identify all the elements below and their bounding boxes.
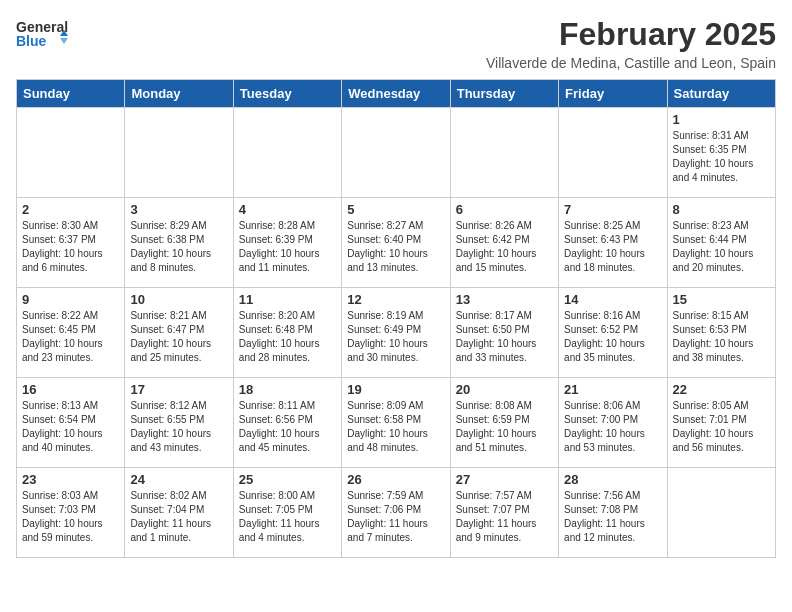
day-number: 2 (22, 202, 119, 217)
day-info: Sunrise: 8:29 AM Sunset: 6:38 PM Dayligh… (130, 219, 227, 275)
day-number: 15 (673, 292, 770, 307)
day-number: 17 (130, 382, 227, 397)
day-info: Sunrise: 8:11 AM Sunset: 6:56 PM Dayligh… (239, 399, 336, 455)
calendar-cell: 6Sunrise: 8:26 AM Sunset: 6:42 PM Daylig… (450, 198, 558, 288)
calendar-cell: 3Sunrise: 8:29 AM Sunset: 6:38 PM Daylig… (125, 198, 233, 288)
calendar-cell: 1Sunrise: 8:31 AM Sunset: 6:35 PM Daylig… (667, 108, 775, 198)
day-info: Sunrise: 8:28 AM Sunset: 6:39 PM Dayligh… (239, 219, 336, 275)
day-info: Sunrise: 8:00 AM Sunset: 7:05 PM Dayligh… (239, 489, 336, 545)
logo: General Blue (16, 16, 68, 56)
day-number: 18 (239, 382, 336, 397)
calendar-cell: 15Sunrise: 8:15 AM Sunset: 6:53 PM Dayli… (667, 288, 775, 378)
weekday-header-monday: Monday (125, 80, 233, 108)
day-number: 27 (456, 472, 553, 487)
calendar-cell: 19Sunrise: 8:09 AM Sunset: 6:58 PM Dayli… (342, 378, 450, 468)
day-number: 19 (347, 382, 444, 397)
weekday-header-thursday: Thursday (450, 80, 558, 108)
day-info: Sunrise: 8:15 AM Sunset: 6:53 PM Dayligh… (673, 309, 770, 365)
calendar-week-1: 1Sunrise: 8:31 AM Sunset: 6:35 PM Daylig… (17, 108, 776, 198)
title-block: February 2025 Villaverde de Medina, Cast… (486, 16, 776, 71)
calendar-week-3: 9Sunrise: 8:22 AM Sunset: 6:45 PM Daylig… (17, 288, 776, 378)
day-number: 3 (130, 202, 227, 217)
calendar-cell: 8Sunrise: 8:23 AM Sunset: 6:44 PM Daylig… (667, 198, 775, 288)
calendar-cell: 27Sunrise: 7:57 AM Sunset: 7:07 PM Dayli… (450, 468, 558, 558)
day-info: Sunrise: 8:26 AM Sunset: 6:42 PM Dayligh… (456, 219, 553, 275)
day-number: 4 (239, 202, 336, 217)
calendar-cell: 13Sunrise: 8:17 AM Sunset: 6:50 PM Dayli… (450, 288, 558, 378)
day-number: 5 (347, 202, 444, 217)
calendar-cell: 4Sunrise: 8:28 AM Sunset: 6:39 PM Daylig… (233, 198, 341, 288)
weekday-header-wednesday: Wednesday (342, 80, 450, 108)
svg-marker-3 (60, 38, 68, 44)
day-info: Sunrise: 8:03 AM Sunset: 7:03 PM Dayligh… (22, 489, 119, 545)
day-info: Sunrise: 8:22 AM Sunset: 6:45 PM Dayligh… (22, 309, 119, 365)
day-info: Sunrise: 8:05 AM Sunset: 7:01 PM Dayligh… (673, 399, 770, 455)
day-info: Sunrise: 8:23 AM Sunset: 6:44 PM Dayligh… (673, 219, 770, 275)
calendar-cell (17, 108, 125, 198)
day-info: Sunrise: 8:06 AM Sunset: 7:00 PM Dayligh… (564, 399, 661, 455)
calendar-cell (450, 108, 558, 198)
location: Villaverde de Medina, Castille and Leon,… (486, 55, 776, 71)
day-info: Sunrise: 8:12 AM Sunset: 6:55 PM Dayligh… (130, 399, 227, 455)
day-number: 25 (239, 472, 336, 487)
calendar-cell: 20Sunrise: 8:08 AM Sunset: 6:59 PM Dayli… (450, 378, 558, 468)
day-info: Sunrise: 7:56 AM Sunset: 7:08 PM Dayligh… (564, 489, 661, 545)
calendar-body: 1Sunrise: 8:31 AM Sunset: 6:35 PM Daylig… (17, 108, 776, 558)
day-number: 20 (456, 382, 553, 397)
calendar-cell (342, 108, 450, 198)
day-number: 23 (22, 472, 119, 487)
day-info: Sunrise: 7:57 AM Sunset: 7:07 PM Dayligh… (456, 489, 553, 545)
calendar-cell: 22Sunrise: 8:05 AM Sunset: 7:01 PM Dayli… (667, 378, 775, 468)
day-info: Sunrise: 8:30 AM Sunset: 6:37 PM Dayligh… (22, 219, 119, 275)
calendar-cell: 23Sunrise: 8:03 AM Sunset: 7:03 PM Dayli… (17, 468, 125, 558)
calendar-week-2: 2Sunrise: 8:30 AM Sunset: 6:37 PM Daylig… (17, 198, 776, 288)
day-info: Sunrise: 7:59 AM Sunset: 7:06 PM Dayligh… (347, 489, 444, 545)
weekday-header-sunday: Sunday (17, 80, 125, 108)
day-info: Sunrise: 8:02 AM Sunset: 7:04 PM Dayligh… (130, 489, 227, 545)
day-number: 28 (564, 472, 661, 487)
calendar-cell: 16Sunrise: 8:13 AM Sunset: 6:54 PM Dayli… (17, 378, 125, 468)
calendar-table: SundayMondayTuesdayWednesdayThursdayFrid… (16, 79, 776, 558)
day-info: Sunrise: 8:17 AM Sunset: 6:50 PM Dayligh… (456, 309, 553, 365)
day-number: 26 (347, 472, 444, 487)
calendar-cell: 17Sunrise: 8:12 AM Sunset: 6:55 PM Dayli… (125, 378, 233, 468)
day-info: Sunrise: 8:09 AM Sunset: 6:58 PM Dayligh… (347, 399, 444, 455)
calendar-cell: 9Sunrise: 8:22 AM Sunset: 6:45 PM Daylig… (17, 288, 125, 378)
page-header: General Blue February 2025 Villaverde de… (16, 16, 776, 71)
calendar-cell: 11Sunrise: 8:20 AM Sunset: 6:48 PM Dayli… (233, 288, 341, 378)
day-number: 13 (456, 292, 553, 307)
calendar-week-4: 16Sunrise: 8:13 AM Sunset: 6:54 PM Dayli… (17, 378, 776, 468)
calendar-cell (125, 108, 233, 198)
logo-icon: General Blue (16, 16, 68, 52)
day-info: Sunrise: 8:25 AM Sunset: 6:43 PM Dayligh… (564, 219, 661, 275)
calendar-cell (559, 108, 667, 198)
day-info: Sunrise: 8:31 AM Sunset: 6:35 PM Dayligh… (673, 129, 770, 185)
day-number: 9 (22, 292, 119, 307)
day-number: 10 (130, 292, 227, 307)
calendar-cell: 14Sunrise: 8:16 AM Sunset: 6:52 PM Dayli… (559, 288, 667, 378)
day-number: 12 (347, 292, 444, 307)
calendar-cell: 2Sunrise: 8:30 AM Sunset: 6:37 PM Daylig… (17, 198, 125, 288)
weekday-header-saturday: Saturday (667, 80, 775, 108)
svg-text:Blue: Blue (16, 33, 47, 49)
weekday-header-friday: Friday (559, 80, 667, 108)
day-number: 7 (564, 202, 661, 217)
calendar-cell (233, 108, 341, 198)
weekday-header-tuesday: Tuesday (233, 80, 341, 108)
calendar-week-5: 23Sunrise: 8:03 AM Sunset: 7:03 PM Dayli… (17, 468, 776, 558)
day-info: Sunrise: 8:16 AM Sunset: 6:52 PM Dayligh… (564, 309, 661, 365)
day-number: 24 (130, 472, 227, 487)
calendar-cell: 18Sunrise: 8:11 AM Sunset: 6:56 PM Dayli… (233, 378, 341, 468)
calendar-cell: 24Sunrise: 8:02 AM Sunset: 7:04 PM Dayli… (125, 468, 233, 558)
day-info: Sunrise: 8:21 AM Sunset: 6:47 PM Dayligh… (130, 309, 227, 365)
calendar-cell: 21Sunrise: 8:06 AM Sunset: 7:00 PM Dayli… (559, 378, 667, 468)
day-info: Sunrise: 8:13 AM Sunset: 6:54 PM Dayligh… (22, 399, 119, 455)
calendar-cell: 5Sunrise: 8:27 AM Sunset: 6:40 PM Daylig… (342, 198, 450, 288)
day-info: Sunrise: 8:19 AM Sunset: 6:49 PM Dayligh… (347, 309, 444, 365)
calendar-cell (667, 468, 775, 558)
day-number: 14 (564, 292, 661, 307)
day-number: 8 (673, 202, 770, 217)
day-number: 11 (239, 292, 336, 307)
month-year: February 2025 (486, 16, 776, 53)
day-info: Sunrise: 8:08 AM Sunset: 6:59 PM Dayligh… (456, 399, 553, 455)
